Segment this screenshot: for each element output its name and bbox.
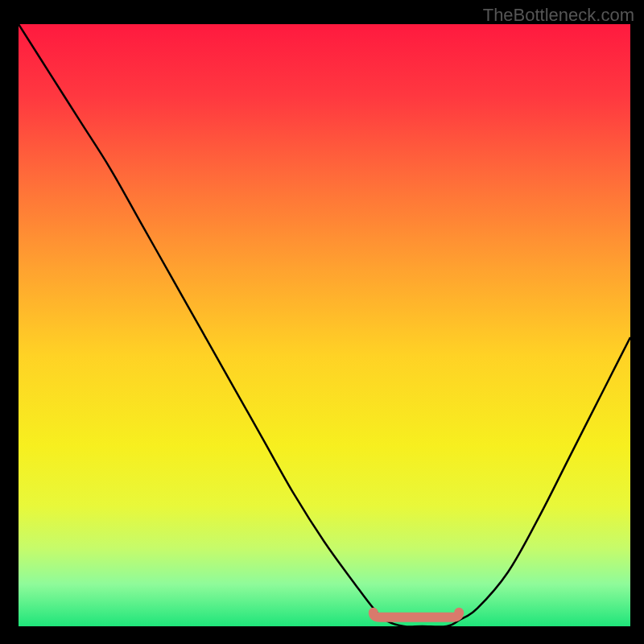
optimal-marker [19, 24, 630, 626]
plot-area [19, 24, 630, 626]
attribution-text: TheBottleneck.com [483, 5, 634, 26]
